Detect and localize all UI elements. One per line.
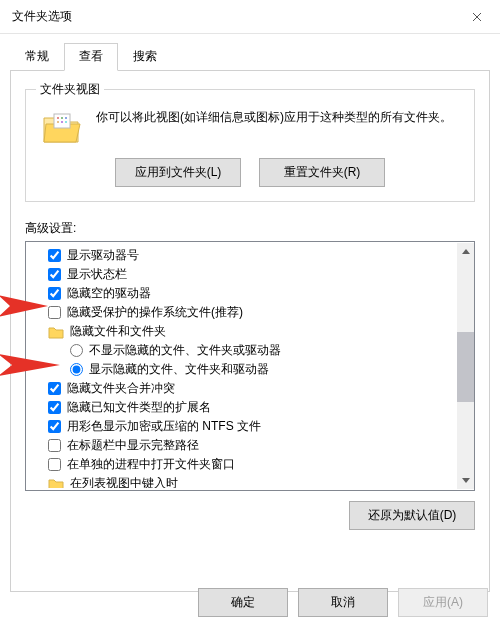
- tree-item-label: 在标题栏中显示完整路径: [67, 437, 199, 454]
- tree-item-9[interactable]: 用彩色显示加密或压缩的 NTFS 文件: [30, 417, 454, 436]
- cancel-button[interactable]: 取消: [298, 588, 388, 617]
- tree-item-label: 不显示隐藏的文件、文件夹或驱动器: [89, 342, 281, 359]
- svg-point-4: [57, 121, 59, 123]
- tree-item-7[interactable]: 隐藏文件夹合并冲突: [30, 379, 454, 398]
- chevron-up-icon: [462, 249, 470, 254]
- checkbox[interactable]: [48, 306, 61, 319]
- close-icon: [472, 12, 482, 22]
- tree-item-1[interactable]: 显示状态栏: [30, 265, 454, 284]
- folderview-group: 文件夹视图 你可以将此视图(如详细信息或图标)应用于这种类型的所有文件夹。 应用…: [25, 89, 475, 202]
- tree-item-label: 隐藏受保护的操作系统文件(推荐): [67, 304, 243, 321]
- tree-item-label: 用彩色显示加密或压缩的 NTFS 文件: [67, 418, 261, 435]
- folderview-icon: [40, 108, 84, 146]
- tree-item-2[interactable]: 隐藏空的驱动器: [30, 284, 454, 303]
- svg-point-6: [65, 121, 67, 123]
- tree-item-11[interactable]: 在单独的进程中打开文件夹窗口: [30, 455, 454, 474]
- svg-point-2: [61, 117, 63, 119]
- radio[interactable]: [70, 344, 83, 357]
- tab-view[interactable]: 查看: [64, 43, 118, 71]
- window-title: 文件夹选项: [12, 8, 72, 25]
- advanced-label: 高级设置:: [25, 220, 475, 237]
- tree-item-3[interactable]: 隐藏受保护的操作系统文件(推荐): [30, 303, 454, 322]
- tree-item-label: 显示隐藏的文件、文件夹和驱动器: [89, 361, 269, 378]
- apply-to-folders-button[interactable]: 应用到文件夹(L): [115, 158, 241, 187]
- checkbox[interactable]: [48, 268, 61, 281]
- tree-item-label: 隐藏空的驱动器: [67, 285, 151, 302]
- apply-button[interactable]: 应用(A): [398, 588, 488, 617]
- scroll-track[interactable]: [457, 260, 474, 472]
- tree-item-4[interactable]: 隐藏文件和文件夹: [30, 322, 454, 341]
- checkbox[interactable]: [48, 439, 61, 452]
- scroll-up-button[interactable]: [457, 243, 474, 260]
- folder-icon: [48, 476, 64, 489]
- checkbox[interactable]: [48, 401, 61, 414]
- checkbox[interactable]: [48, 420, 61, 433]
- tree-item-label: 显示状态栏: [67, 266, 127, 283]
- folder-icon: [42, 110, 82, 146]
- tab-panel-view: 文件夹视图 你可以将此视图(如详细信息或图标)应用于这种类型的所有文件夹。 应用…: [10, 70, 490, 592]
- chevron-down-icon: [462, 478, 470, 483]
- tree-item-label: 隐藏文件夹合并冲突: [67, 380, 175, 397]
- checkbox[interactable]: [48, 287, 61, 300]
- tree-item-10[interactable]: 在标题栏中显示完整路径: [30, 436, 454, 455]
- checkbox[interactable]: [48, 249, 61, 262]
- close-button[interactable]: [454, 0, 500, 34]
- advanced-tree[interactable]: 显示驱动器号显示状态栏隐藏空的驱动器隐藏受保护的操作系统文件(推荐)隐藏文件和文…: [25, 241, 475, 491]
- radio[interactable]: [70, 363, 83, 376]
- checkbox[interactable]: [48, 382, 61, 395]
- tree-item-8[interactable]: 隐藏已知文件类型的扩展名: [30, 398, 454, 417]
- svg-point-3: [65, 117, 67, 119]
- svg-point-1: [57, 117, 59, 119]
- dialog-buttons: 确定 取消 应用(A): [198, 588, 488, 617]
- tab-search[interactable]: 搜索: [118, 43, 172, 71]
- restore-defaults-button[interactable]: 还原为默认值(D): [349, 501, 475, 530]
- tree-item-label: 显示驱动器号: [67, 247, 139, 264]
- ok-button[interactable]: 确定: [198, 588, 288, 617]
- folderview-legend: 文件夹视图: [36, 81, 104, 98]
- titlebar: 文件夹选项: [0, 0, 500, 34]
- tree-item-label: 在单独的进程中打开文件夹窗口: [67, 456, 235, 473]
- tree-item-label: 在列表视图中键入时: [70, 475, 178, 488]
- folder-icon: [48, 324, 64, 340]
- tree-item-label: 隐藏文件和文件夹: [70, 323, 166, 340]
- tree-item-5[interactable]: 不显示隐藏的文件、文件夹或驱动器: [30, 341, 454, 360]
- folderview-text: 你可以将此视图(如详细信息或图标)应用于这种类型的所有文件夹。: [96, 108, 460, 146]
- checkbox[interactable]: [48, 458, 61, 471]
- scrollbar[interactable]: [457, 243, 474, 489]
- reset-folders-button[interactable]: 重置文件夹(R): [259, 158, 385, 187]
- scroll-down-button[interactable]: [457, 472, 474, 489]
- tree-item-label: 隐藏已知文件类型的扩展名: [67, 399, 211, 416]
- tab-general[interactable]: 常规: [10, 43, 64, 71]
- scroll-thumb[interactable]: [457, 332, 474, 402]
- tree-item-0[interactable]: 显示驱动器号: [30, 246, 454, 265]
- tree-item-12[interactable]: 在列表视图中键入时: [30, 474, 454, 488]
- tree-item-6[interactable]: 显示隐藏的文件、文件夹和驱动器: [30, 360, 454, 379]
- tab-strip: 常规 查看 搜索: [0, 34, 500, 70]
- svg-point-5: [61, 121, 63, 123]
